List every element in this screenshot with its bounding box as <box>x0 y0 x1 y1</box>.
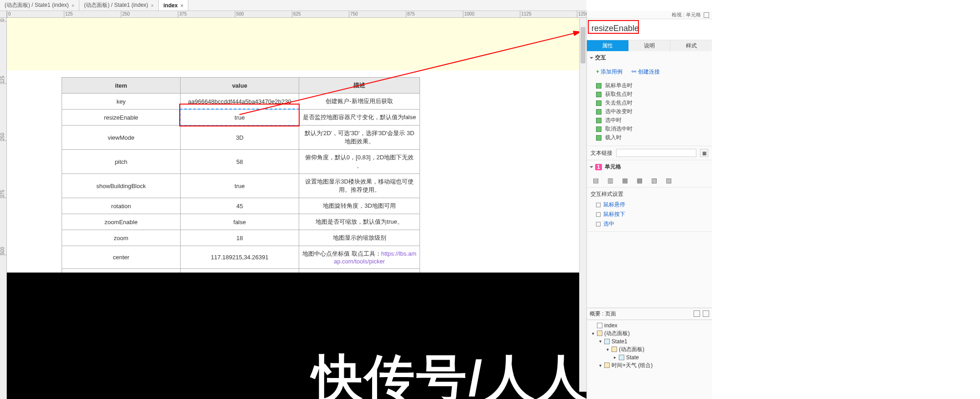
table-cell-value[interactable]: true <box>181 110 299 126</box>
scrollbar-thumb[interactable] <box>581 27 586 63</box>
ruler-vertical[interactable]: 0125250375500 <box>0 18 7 399</box>
tree-row[interactable]: ▸State <box>588 354 711 361</box>
table-cell-value[interactable]: 58 <box>181 150 299 174</box>
table-row[interactable]: pitch58俯仰角度，默认0，[0,83]，2D地图下无效 。 <box>62 150 420 174</box>
table-cell-item[interactable]: rotation <box>62 198 181 214</box>
tree-toggle-icon[interactable]: ▾ <box>598 339 602 344</box>
tree-row[interactable]: ▾(动态面板) <box>588 329 711 338</box>
tree-toggle-icon[interactable]: ▸ <box>612 355 617 360</box>
cell-style-icons: ▤ ▥ ▦ ▩ ▧ ▨ <box>587 173 712 187</box>
add-case-link[interactable]: + 添加用例 <box>596 68 622 76</box>
table-cell-desc[interactable]: 地图显示的缩放级别 <box>299 230 420 246</box>
event-row[interactable]: 获取焦点时 <box>596 90 709 99</box>
event-row[interactable]: 载入时 <box>596 133 709 142</box>
table-cell-desc[interactable]: 俯仰角度，默认0，[0,83]，2D地图下无效 。 <box>299 150 420 174</box>
outline-tree[interactable]: index▾(动态面板)▾State1▾(动态面板)▸State▾时间+天气 (… <box>587 320 712 399</box>
tree-row[interactable]: ▾时间+天气 (组合) <box>588 361 711 370</box>
table-cell-item[interactable]: viewMode <box>62 126 181 150</box>
table-header[interactable]: value <box>181 78 299 94</box>
event-row[interactable]: 选中时 <box>596 116 709 125</box>
table-cell-item[interactable]: resizeEnable <box>62 110 181 126</box>
search-icon[interactable] <box>703 310 709 317</box>
create-link[interactable]: ⚯ 创建连接 <box>632 68 659 76</box>
event-row[interactable]: 取消选中时 <box>596 125 709 133</box>
tree-node-icon <box>604 362 610 368</box>
grid-icon[interactable]: ▩ <box>634 176 644 184</box>
config-table[interactable]: itemvalue描述 keyaa966648bccddf444a5ba4347… <box>62 77 420 290</box>
table-cell-value[interactable]: 18 <box>181 230 299 246</box>
fill-icon[interactable]: ▨ <box>664 176 674 184</box>
interactions-header[interactable]: 交互 <box>587 51 712 64</box>
tab-1[interactable]: (动态面板) / State1 (index) × <box>79 0 159 10</box>
ruler-horizontal[interactable]: 0125250375500625750875100011251250 <box>7 11 586 18</box>
table-cell-desc[interactable]: 地图是否可缩放，默认值为true。 <box>299 214 420 230</box>
interactions-title: 交互 <box>595 54 606 62</box>
tree-toggle-icon[interactable]: ▾ <box>591 331 595 336</box>
align-center-icon[interactable]: ▥ <box>605 176 615 184</box>
table-cell-value[interactable]: true <box>181 174 299 198</box>
style-link[interactable]: 鼠标悬停 <box>596 201 708 209</box>
table-cell-desc[interactable]: 默认为'2D'，可选'3D'，选择'3D'会显示 3D 地图效果。 <box>299 126 420 150</box>
tab-2[interactable]: index × <box>159 0 188 10</box>
table-cell-item[interactable]: pitch <box>62 150 181 174</box>
inspector-tab-properties[interactable]: 属性 <box>587 40 629 51</box>
table-cell-item[interactable]: key <box>62 94 181 110</box>
tree-row[interactable]: ▾State1 <box>588 338 711 345</box>
close-icon[interactable]: × <box>151 3 154 8</box>
table-cell-item[interactable]: zoom <box>62 230 181 246</box>
tree-row[interactable]: index <box>588 322 711 329</box>
table-cell-item[interactable]: showBuildingBlock <box>62 174 181 198</box>
tree-toggle-icon[interactable]: ▾ <box>598 363 602 368</box>
table-row[interactable]: viewMode3D默认为'2D'，可选'3D'，选择'3D'会显示 3D 地图… <box>62 126 420 150</box>
table-cell-value[interactable]: aa966648bccddf444a5ba43470e2b230 <box>181 94 299 110</box>
text-link-input[interactable] <box>616 149 696 157</box>
event-label: 获取焦点时 <box>605 90 633 98</box>
inspector-header: 检视 : 单元格 <box>587 11 712 19</box>
close-icon[interactable]: × <box>72 3 74 8</box>
table-header[interactable]: 描述 <box>299 78 420 94</box>
table-cell-desc[interactable]: 创建账户-新增应用后获取 <box>299 94 420 110</box>
style-link[interactable]: 选中 <box>596 220 708 228</box>
table-row[interactable]: center117.189215,34.26391地图中心点坐标值 取点工具：h… <box>62 246 420 269</box>
event-row[interactable]: 鼠标单击时 <box>596 81 709 90</box>
tab-0[interactable]: (动态面板) / State1 (index) × <box>0 0 79 10</box>
table-row[interactable]: resizeEnabletrue是否监控地图容器尺寸变化，默认值为false <box>62 110 420 126</box>
panel-popout-icon[interactable] <box>704 12 709 18</box>
table-cell-desc[interactable]: 地图旋转角度，3D地图可用 <box>299 198 420 214</box>
close-icon[interactable]: × <box>181 3 183 8</box>
table-row[interactable]: zoom18地图显示的缩放级别 <box>62 230 420 246</box>
inspector-tab-notes[interactable]: 说明 <box>629 40 671 51</box>
filter-icon[interactable] <box>694 310 700 317</box>
table-cell-value[interactable]: false <box>181 214 299 230</box>
table-row[interactable]: keyaa966648bccddf444a5ba43470e2b230创建账户-… <box>62 94 420 110</box>
cell-section-title: 单元格 <box>605 163 621 171</box>
table-row[interactable]: rotation45地图旋转角度，3D地图可用 <box>62 198 420 214</box>
table-cell-desc[interactable]: 是否监控地图容器尺寸变化，默认值为false <box>299 110 420 126</box>
text-link-clear-button[interactable]: ▦ <box>700 149 708 157</box>
align-right-icon[interactable]: ▦ <box>620 176 630 184</box>
tree-row[interactable]: ▾(动态面板) <box>588 345 711 354</box>
table-cell-desc[interactable]: 设置地图显示3D楼块效果，移动端也可使用。推荐使用。 <box>299 174 420 198</box>
tab-label: (动态面板) / State1 (index) <box>5 1 69 9</box>
table-row[interactable]: zoomEnablefalse地图是否可缩放，默认值为true。 <box>62 214 420 230</box>
scrollbar-vertical[interactable] <box>579 18 586 392</box>
table-cell-value[interactable]: 45 <box>181 198 299 214</box>
table-row[interactable]: showBuildingBlocktrue设置地图显示3D楼块效果，移动端也可使… <box>62 174 420 198</box>
inspector-tab-style[interactable]: 样式 <box>670 40 712 51</box>
border-icon[interactable]: ▧ <box>649 176 659 184</box>
table-cell-item[interactable]: zoomEnable <box>62 214 181 230</box>
cell-section-header[interactable]: 1 单元格 <box>587 160 712 173</box>
table-header[interactable]: item <box>62 78 181 94</box>
table-cell-item[interactable]: center <box>62 246 181 269</box>
canvas-content[interactable]: itemvalue描述 keyaa966648bccddf444a5ba4347… <box>7 18 586 399</box>
selection-name[interactable]: resizeEnable <box>587 19 712 40</box>
table-cell-value[interactable]: 117.189215,34.26391 <box>181 246 299 269</box>
table-cell-link[interactable]: https://lbs.amap.com/tools/picker <box>334 250 416 265</box>
table-cell-desc[interactable]: 地图中心点坐标值 取点工具：https://lbs.amap.com/tools… <box>299 246 420 269</box>
style-link[interactable]: 鼠标按下 <box>596 210 708 218</box>
event-row[interactable]: 选中改变时 <box>596 107 709 116</box>
event-row[interactable]: 失去焦点时 <box>596 99 709 107</box>
table-cell-value[interactable]: 3D <box>181 126 299 150</box>
tree-toggle-icon[interactable]: ▾ <box>605 347 610 352</box>
align-left-icon[interactable]: ▤ <box>591 176 601 184</box>
